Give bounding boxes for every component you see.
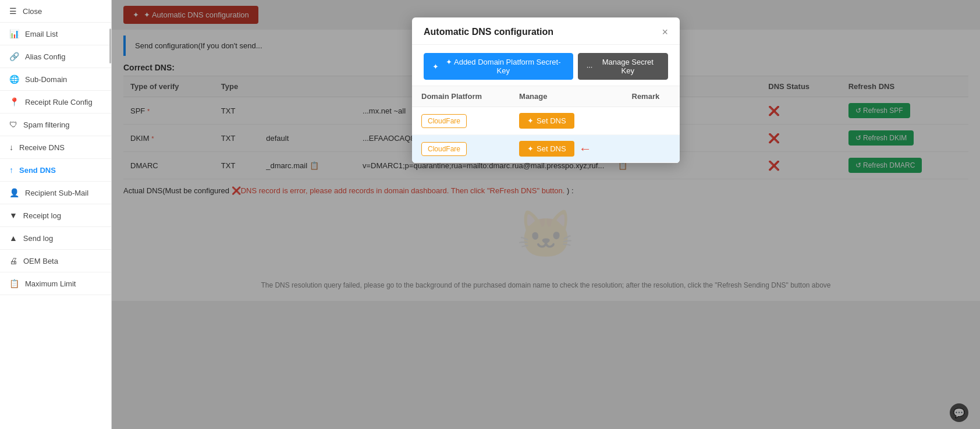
red-arrow-indicator: ← [579, 141, 592, 157]
alias-icon: 🔗 [9, 52, 19, 61]
receive-dns-icon: ↓ [9, 143, 13, 152]
tab-added-key[interactable]: ✦ ✦ Added Domain Platform Secret-Key [424, 53, 573, 80]
spam-icon: 🛡 [9, 120, 17, 129]
modal-tabs: ✦ ✦ Added Domain Platform Secret-Key ···… [412, 45, 680, 86]
sidebar-item-email-list[interactable]: 📊 Email List [0, 23, 111, 45]
sidebar-item-spam-filter[interactable]: 🛡 Spam filtering [0, 114, 111, 136]
modal-col-platform: Domain Platform [412, 86, 510, 107]
sidebar-item-oem-beta[interactable]: 🖨 OEM Beta [0, 250, 111, 272]
sidebar-item-close[interactable]: ☰ Close [0, 0, 111, 23]
sidebar-item-recipient-sub[interactable]: 👤 Recipient Sub-Mail [0, 182, 111, 204]
set-dns-icon-2: ✦ [527, 144, 534, 153]
send-log-icon: ▲ [9, 233, 17, 243]
platform-cloudfare-2: CloudFare [412, 135, 510, 163]
sidebar-item-receipt-rule[interactable]: 📍 Receipt Rule Config [0, 91, 111, 114]
menu-icon: ☰ [9, 6, 17, 16]
sidebar-item-receipt-log[interactable]: ▼ Receipt log [0, 204, 111, 227]
max-limit-icon: 📋 [9, 279, 19, 288]
modal-dialog: Automatic DNS configuration × ✦ ✦ Added … [412, 17, 680, 163]
sidebar-item-alias-config[interactable]: 🔗 Alias Config [0, 45, 111, 68]
modal-title: Automatic DNS configuration [424, 27, 553, 37]
set-dns-button-1[interactable]: ✦ Set DNS [519, 113, 574, 129]
send-dns-icon: ↑ [9, 165, 13, 175]
sidebar-item-receive-dns[interactable]: ↓ Receive DNS [0, 136, 111, 159]
remark-2 [623, 135, 680, 163]
sidebar-item-sub-domain[interactable]: 🌐 Sub-Domain [0, 68, 111, 91]
dots-icon: ··· [587, 62, 593, 71]
modal-close-button[interactable]: × [662, 27, 668, 37]
recipient-icon: 👤 [9, 188, 19, 197]
set-dns-cell-2: ✦ Set DNS ← [510, 135, 622, 163]
sidebar-item-max-limit[interactable]: 📋 Maximum Limit [0, 272, 111, 295]
remark-1 [623, 107, 680, 135]
subdomain-icon: 🌐 [9, 75, 19, 84]
modal-col-remark: Remark [623, 86, 680, 107]
sidebar-item-send-dns[interactable]: ↑ Send DNS [0, 159, 111, 182]
modal-col-manage: Manage [510, 86, 622, 107]
receipt-log-icon: ▼ [9, 211, 17, 220]
modal-table-row-highlighted: CloudFare ✦ Set DNS ← [412, 135, 680, 163]
set-dns-cell-1: ✦ Set DNS [510, 107, 622, 135]
platform-cloudfare-1: CloudFare [412, 107, 510, 135]
arrow-container: ✦ Set DNS ← [519, 141, 613, 157]
sidebar-item-send-log[interactable]: ▲ Send log [0, 227, 111, 250]
oem-icon: 🖨 [9, 256, 17, 265]
set-dns-button-2[interactable]: ✦ Set DNS [519, 141, 574, 157]
modal-table-row: CloudFare ✦ Set DNS [412, 107, 680, 135]
main-content-area: ✦ ✦ Automatic DNS configuration Send con… [112, 0, 980, 429]
tab-manage-key[interactable]: ··· Manage Secret Key [578, 53, 668, 80]
email-list-icon: 📊 [9, 29, 19, 38]
plus-icon: ✦ [432, 62, 439, 71]
set-dns-icon-1: ✦ [527, 116, 534, 125]
modal-overlay: Automatic DNS configuration × ✦ ✦ Added … [112, 0, 980, 429]
receipt-rule-icon: 📍 [9, 97, 19, 107]
modal-table: Domain Platform Manage Remark CloudFare … [412, 86, 680, 163]
sidebar: ☰ Close 📊 Email List 🔗 Alias Config 🌐 Su… [0, 0, 112, 429]
modal-header: Automatic DNS configuration × [412, 17, 680, 45]
